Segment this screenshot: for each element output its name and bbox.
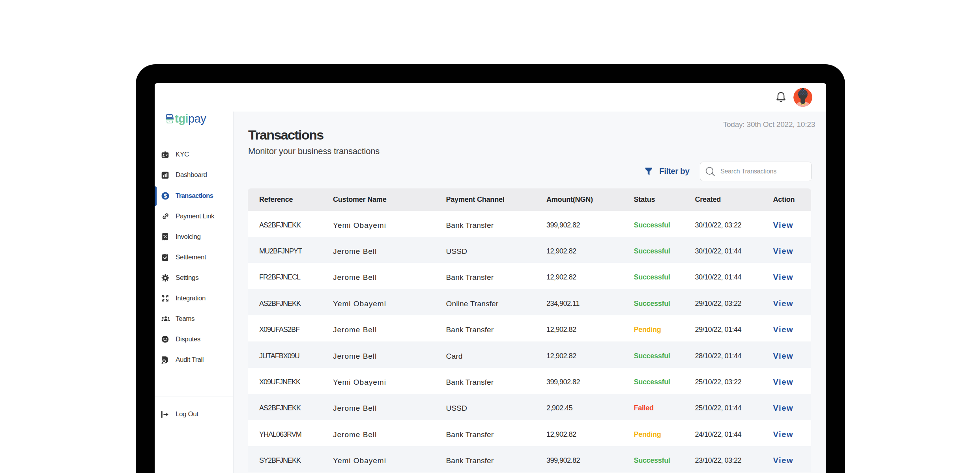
svg-text:$: $ [164,193,167,199]
